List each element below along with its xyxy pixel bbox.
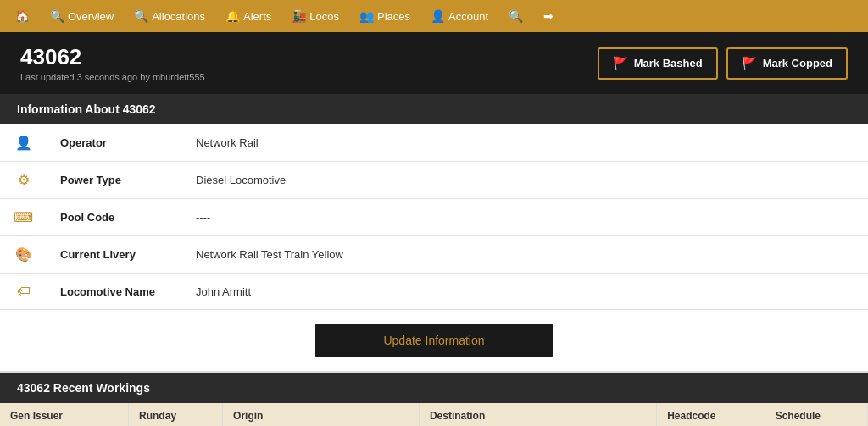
nav-places[interactable]: 👥 Places (351, 6, 419, 26)
info-row: 👤 Operator Network Rail (0, 124, 868, 162)
nav-alerts[interactable]: 🔔 Alerts (217, 6, 280, 26)
workings-col-header: Destination (419, 403, 656, 426)
mark-copped-label: Mark Copped (763, 57, 832, 69)
overview-icon: 🔍 (50, 9, 64, 23)
nav-locos-label: Locos (309, 10, 339, 23)
workings-col-header: Headcode (657, 403, 765, 426)
info-field-value: Network Rail Test Train Yellow (182, 236, 868, 274)
workings-col-header: Runday (129, 403, 223, 426)
mark-bashed-button[interactable]: 🚩 Mark Bashed (598, 47, 718, 80)
home-icon: 🏠 (15, 9, 30, 23)
info-field-value: ---- (182, 199, 868, 236)
info-row: 🎨 Current Livery Network Rail Test Train… (0, 236, 868, 274)
nav-allocations-label: Allocations (152, 10, 205, 23)
info-field-value: Diesel Locomotive (182, 162, 868, 199)
info-section-header: Information About 43062 (0, 94, 868, 124)
nav-account-label: Account (448, 10, 488, 23)
loco-info: 43062 Last updated 3 seconds ago by mbur… (20, 44, 205, 82)
info-section: Information About 43062 👤 Operator Netwo… (0, 94, 868, 310)
locos-icon: 🚂 (292, 9, 306, 23)
nav-home[interactable]: 🏠 (7, 6, 38, 26)
mark-bashed-label: Mark Bashed (634, 57, 703, 69)
nav-allocations[interactable]: 🔍 Allocations (125, 6, 214, 26)
info-table: 👤 Operator Network Rail ⚙ Power Type Die… (0, 124, 868, 310)
nav-locos[interactable]: 🚂 Locos (283, 6, 348, 26)
workings-col-header: Schedule (765, 403, 867, 426)
nav-logout[interactable]: ➡ (535, 6, 562, 26)
info-field-value: John Armitt (182, 274, 868, 310)
mark-copped-button[interactable]: 🚩 Mark Copped (726, 47, 848, 80)
workings-col-header: Gen Issuer (0, 403, 129, 426)
allocations-icon: 🔍 (134, 9, 148, 23)
update-information-button[interactable]: Update Information (315, 324, 552, 357)
nav-overview[interactable]: 🔍 Overview (42, 6, 122, 26)
workings-section-header: 43062 Recent Workings (0, 373, 868, 403)
nav-overview-label: Overview (68, 10, 114, 23)
info-field-icon: 👤 (15, 136, 32, 150)
update-button-row: Update Information (0, 310, 868, 373)
info-field-label: Power Type (47, 162, 182, 199)
info-field-icon: 🏷 (17, 284, 31, 298)
action-buttons: 🚩 Mark Bashed 🚩 Mark Copped (598, 47, 848, 80)
logout-icon: ➡ (543, 9, 554, 23)
loco-header: 43062 Last updated 3 seconds ago by mbur… (0, 32, 868, 94)
info-row-icon-cell: 👤 (0, 124, 47, 162)
info-row: ⚙ Power Type Diesel Locomotive (0, 162, 868, 199)
info-section-title: Information About 43062 (17, 102, 156, 116)
info-field-label: Current Livery (47, 236, 182, 274)
last-updated: Last updated 3 seconds ago by mburdett55… (20, 72, 205, 82)
loco-number: 43062 (20, 44, 205, 70)
nav-search[interactable]: 🔍 (500, 6, 531, 26)
info-row: ⌨ Pool Code ---- (0, 199, 868, 236)
nav-account[interactable]: 👤 Account (422, 6, 497, 26)
info-row-icon-cell: 🎨 (0, 236, 47, 274)
nav-alerts-label: Alerts (243, 10, 271, 23)
bashed-flag-icon: 🚩 (613, 56, 629, 71)
navbar: 🏠 🔍 Overview 🔍 Allocations 🔔 Alerts 🚂 Lo… (0, 0, 868, 32)
info-row: 🏷 Locomotive Name John Armitt (0, 274, 868, 310)
copped-flag-icon: 🚩 (742, 56, 758, 71)
info-row-icon-cell: ⌨ (0, 199, 47, 236)
info-field-label: Pool Code (47, 199, 182, 236)
info-field-label: Locomotive Name (47, 274, 182, 310)
search-icon: 🔍 (509, 9, 523, 23)
info-row-icon-cell: 🏷 (0, 274, 47, 310)
info-field-value: Network Rail (182, 124, 868, 162)
workings-table: Gen IssuerRundayOriginDestinationHeadcod… (0, 403, 868, 426)
info-field-icon: ⚙ (18, 173, 30, 187)
workings-col-header: Origin (223, 403, 420, 426)
info-row-icon-cell: ⚙ (0, 162, 47, 199)
places-icon: 👥 (359, 9, 374, 23)
alerts-icon: 🔔 (225, 9, 240, 23)
info-field-icon: ⌨ (14, 210, 33, 224)
workings-section-title: 43062 Recent Workings (17, 381, 150, 395)
workings-section: 43062 Recent Workings Gen IssuerRundayOr… (0, 373, 868, 426)
info-field-label: Operator (47, 124, 182, 162)
nav-places-label: Places (377, 10, 410, 23)
info-field-icon: 🎨 (15, 247, 32, 262)
account-icon: 👤 (431, 9, 445, 23)
